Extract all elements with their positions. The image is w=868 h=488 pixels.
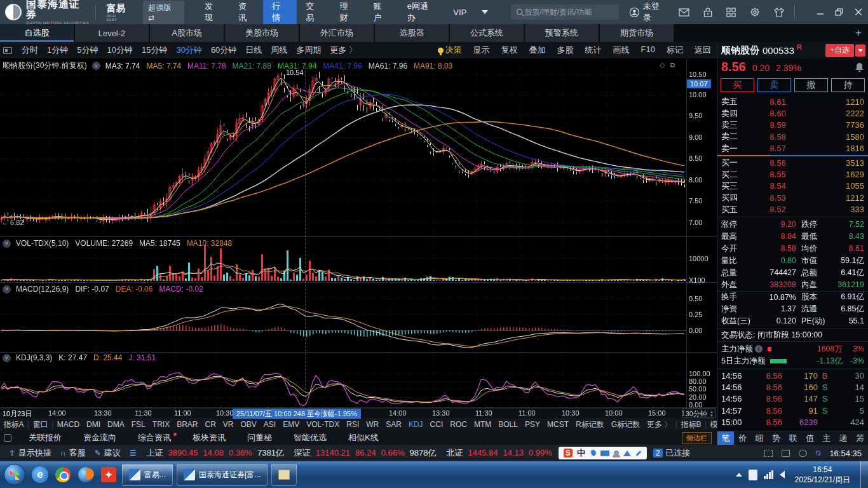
indicator-more[interactable]: 更多 〉: [643, 419, 675, 430]
quote-tab-值[interactable]: 值: [801, 431, 818, 445]
spinner-arrows-icon[interactable]: ▲▼: [710, 410, 714, 417]
indicator-G标记数[interactable]: G标记数: [607, 419, 643, 430]
indicator-CR[interactable]: CR: [201, 420, 219, 429]
market-tab-自选股[interactable]: 自选股: [0, 24, 74, 42]
quote-tab-价[interactable]: 价: [734, 431, 750, 445]
collapse-chevron-icon[interactable]: ˅: [92, 62, 100, 70]
tray-app-icon[interactable]: [749, 470, 757, 480]
indicator-DMA[interactable]: DMA: [104, 420, 128, 429]
fullhalf-moon-icon[interactable]: [590, 450, 596, 456]
market-tab-期货市场[interactable]: 期货市场: [600, 24, 674, 42]
menu-item-交易[interactable]: 交易: [297, 0, 330, 24]
menu-item-行情[interactable]: 行情: [263, 0, 297, 24]
layout-icon[interactable]: [3, 47, 12, 54]
indicator-FSL[interactable]: FSL: [128, 420, 149, 429]
trade-button-买[interactable]: 买: [721, 78, 754, 92]
info-tab-智能优选[interactable]: 智能优选: [283, 432, 337, 444]
period-多周期[interactable]: 多周期: [292, 44, 325, 56]
market-tab-A股市场[interactable]: A股市场: [150, 24, 224, 42]
sogou-icon[interactable]: S: [564, 449, 573, 458]
tick-row[interactable]: 14:568.56160S14: [717, 381, 868, 393]
trade-button-持[interactable]: 持: [831, 78, 865, 92]
period-更多 〉[interactable]: 更多 〉: [325, 44, 362, 56]
trade-button-撤[interactable]: 撤: [794, 78, 828, 92]
quote-tab-递[interactable]: 递: [835, 431, 851, 445]
tray-expand-icon[interactable]: [736, 473, 742, 477]
indicator-R标记数[interactable]: R标记数: [572, 419, 607, 430]
sidebar-toggle[interactable]: 侧边栏: [682, 432, 712, 444]
start-button[interactable]: [4, 464, 25, 485]
info-icon[interactable]: i: [755, 345, 763, 353]
info-tab-板块资讯[interactable]: 板块资讯: [182, 432, 236, 444]
period-30分钟[interactable]: 30分钟: [172, 44, 206, 56]
indicator-EMV[interactable]: EMV: [280, 420, 303, 429]
indicator-ROC[interactable]: ROC: [447, 420, 471, 429]
keyboard-wizard-icon[interactable]: [782, 450, 790, 457]
indicator-模 板[interactable]: 模 板: [707, 419, 717, 430]
menu-item-账户[interactable]: 账户: [365, 0, 398, 24]
period-15分钟[interactable]: 15分钟: [137, 44, 172, 56]
period-5分钟[interactable]: 5分钟: [72, 44, 102, 56]
order-book-row[interactable]: 卖二8.581580: [717, 131, 868, 142]
marquee-icon[interactable]: ☰: [130, 449, 137, 458]
indicator-VOL-TDX[interactable]: VOL-TDX: [303, 420, 343, 429]
search-input[interactable]: [524, 8, 613, 17]
tool-多股[interactable]: 多股: [552, 44, 580, 56]
indicator-MTM[interactable]: MTM: [470, 420, 494, 429]
period-10分钟[interactable]: 10分钟: [102, 44, 137, 56]
connection-status[interactable]: 2 已连接: [653, 447, 691, 459]
show-desktop-button[interactable]: [860, 461, 868, 488]
tool-复权[interactable]: 复权: [496, 44, 524, 56]
info-tab-综合资讯[interactable]: 综合资讯: [127, 432, 182, 444]
order-book-row[interactable]: 买三8.541055: [717, 180, 868, 192]
ime-tools-icon[interactable]: [635, 450, 641, 456]
close-button[interactable]: [849, 0, 868, 24]
menu-item-VIP[interactable]: VIP: [444, 0, 475, 24]
market-tab-Level-2[interactable]: Level-2: [75, 24, 149, 42]
minimize-button[interactable]: [811, 0, 830, 24]
collapse-chevron-icon[interactable]: ˅: [3, 354, 11, 362]
screenshot-icon[interactable]: [764, 450, 773, 457]
chrome-launcher-icon[interactable]: [53, 465, 72, 484]
index-quote-上证[interactable]: 上证3890.4514.080.36%7381亿: [147, 447, 284, 459]
soft-keyboard-icon[interactable]: [600, 451, 609, 456]
menu-item-发现[interactable]: 发现: [196, 0, 229, 24]
taskbar-button-main[interactable]: 国泰海通证券[富...: [177, 464, 268, 485]
indicator-BOLL[interactable]: BOLL: [495, 420, 522, 429]
version-switch-button[interactable]: 超强版 ⇄: [143, 1, 184, 24]
indicator-PSY[interactable]: PSY: [521, 420, 543, 429]
menu-item-资讯[interactable]: 资讯: [229, 0, 263, 24]
tool-返回[interactable]: 返回: [689, 44, 717, 56]
apps-grid-icon[interactable]: [726, 8, 736, 17]
add-watchlist-button[interactable]: +自选: [825, 44, 854, 57]
market-tab-公式系统[interactable]: 公式系统: [450, 24, 524, 42]
ie-launcher-icon[interactable]: e: [31, 465, 50, 484]
indicator-指标A[interactable]: 指标A: [0, 419, 27, 430]
info-tab-关联报价[interactable]: 关联报价: [18, 432, 72, 444]
tick-row[interactable]: 14:568.56147S15: [717, 393, 868, 405]
skin-icon[interactable]: [774, 8, 784, 17]
indicator-ASI[interactable]: ASI: [260, 420, 279, 429]
order-book-row[interactable]: 买五8.52333: [717, 204, 868, 215]
indicator-CCI[interactable]: CCI: [426, 420, 447, 429]
period-60分钟[interactable]: 60分钟: [207, 44, 241, 56]
browser-launcher-icon[interactable]: [76, 465, 95, 484]
info-tab-问董秘[interactable]: 问董秘: [236, 432, 283, 444]
order-book-row[interactable]: 买二8.551629: [717, 168, 868, 180]
add-watchlist-caret[interactable]: [855, 44, 865, 57]
index-quote-深证[interactable]: 深证13140.2186.240.66%9878亿: [294, 447, 437, 459]
menu-item-理财[interactable]: 理财: [330, 0, 364, 24]
market-tab-预警系统[interactable]: 预警系统: [525, 24, 599, 42]
menu-item-e网通办[interactable]: e网通办: [398, 0, 445, 24]
monitor-icon[interactable]: [799, 450, 807, 457]
order-book-row[interactable]: 卖四8.602222: [717, 107, 868, 119]
stock-app-launcher-icon[interactable]: ✦: [99, 465, 118, 484]
indicator-TRIX[interactable]: TRIX: [149, 420, 173, 429]
lock-icon[interactable]: [703, 7, 712, 17]
input-method-bar[interactable]: S 中: [559, 447, 647, 459]
quote-tab-筹[interactable]: 筹: [852, 431, 868, 445]
chart-window-icons[interactable]: ◇⧉: [660, 61, 680, 69]
ime-skin-icon[interactable]: [623, 451, 631, 456]
collapse-chevron-icon[interactable]: ˅: [3, 285, 11, 294]
tool-标记[interactable]: 标记: [661, 44, 689, 56]
